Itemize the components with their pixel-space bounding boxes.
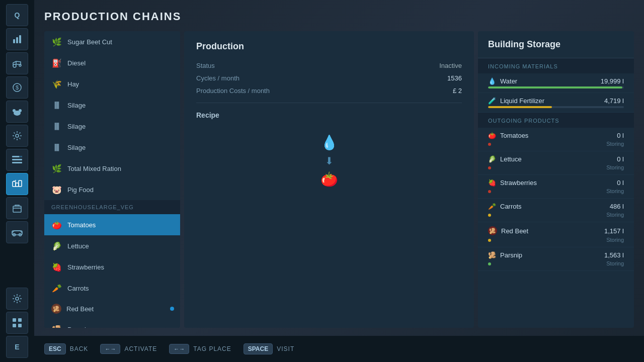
- out-tomatoes-icon: 🍅: [488, 132, 496, 139]
- sugar-beet-cut-icon: 🌿: [51, 36, 62, 47]
- red-beet-dot: [488, 239, 491, 242]
- storage-lettuce: 🥬 Lettuce 0 l Storing: [478, 151, 634, 175]
- carrots-status: Storing: [606, 212, 624, 218]
- sidebar-btn-production[interactable]: [6, 173, 28, 195]
- sidebar-btn-chart[interactable]: [6, 28, 28, 50]
- esc-back-button[interactable]: ESC BACK: [44, 343, 88, 354]
- sidebar-btn-money[interactable]: $: [6, 76, 28, 99]
- list-item-parsnip[interactable]: 🫚 Parsnip: [44, 319, 180, 328]
- section-header-greenhouse: GREENHOUSELARGE_VEG: [44, 200, 180, 214]
- fertilizer-amount: 4,719 l: [604, 97, 624, 105]
- carrots-icon: 🥕: [51, 283, 62, 294]
- svg-rect-15: [13, 182, 16, 187]
- silage1-icon: ▐▌: [51, 100, 62, 111]
- hay-icon: 🌾: [51, 78, 62, 89]
- production-title: Production: [196, 41, 462, 52]
- carrots-dot: [488, 214, 491, 217]
- sidebar-btn-e[interactable]: E: [6, 336, 28, 358]
- sidebar-btn-gear[interactable]: [6, 125, 28, 147]
- sidebar-btn-storage2[interactable]: [6, 197, 28, 219]
- storage-carrots: 🥕 Carrots 486 l Storing: [478, 199, 634, 222]
- silage2-icon: ▐▌: [51, 121, 62, 132]
- list-item-pig-food[interactable]: 🐷 Pig Food: [44, 179, 180, 200]
- out-lettuce-icon: 🥬: [488, 155, 496, 163]
- recipe-product-icon: 🍅: [320, 171, 338, 188]
- out-parsnip-name: 🫚 Parsnip: [488, 251, 522, 259]
- sidebar-btn-list[interactable]: [6, 149, 28, 171]
- fertilizer-icon: 🧪: [488, 97, 496, 105]
- tag-place-button[interactable]: ←→ TAG PLACE: [169, 344, 231, 354]
- lettuce-status: Storing: [606, 164, 624, 170]
- list-item-red-beet[interactable]: 🫚 Red Beet: [44, 299, 180, 319]
- status-value: Inactive: [439, 62, 462, 69]
- list-item-silage3[interactable]: ▐▌ Silage: [44, 137, 180, 158]
- total-mixed-icon: 🌿: [51, 163, 62, 174]
- strawberries-status: Storing: [606, 188, 624, 194]
- out-carrots-icon: 🥕: [488, 203, 496, 210]
- pig-food-icon: 🐷: [51, 184, 62, 195]
- list-item-lettuce[interactable]: 🥬 Lettuce: [44, 235, 180, 256]
- activate-label: ACTIVATE: [124, 345, 157, 352]
- svg-point-10: [16, 134, 19, 137]
- recipe-title: Recipe: [196, 111, 462, 119]
- sidebar-btn-animals[interactable]: [6, 101, 28, 123]
- building-storage-panel: Building Storage INCOMING MATERIALS 💧 Wa…: [478, 31, 634, 328]
- out-carrots-amount: 486 l: [610, 203, 624, 210]
- recipe-water-icon: 💧: [320, 134, 338, 151]
- sidebar-btn-q[interactable]: Q: [6, 4, 28, 26]
- out-tomatoes-amount: 0 l: [617, 132, 624, 139]
- sidebar-btn-vehicles[interactable]: [6, 221, 28, 243]
- out-lettuce-name: 🥬 Lettuce: [488, 155, 522, 163]
- storage-liquid-fertilizer: 🧪 Liquid Fertilizer 4,719 l: [478, 93, 634, 113]
- cycles-row: Cycles / month 1536: [196, 74, 462, 82]
- visit-label: VISIT: [277, 345, 294, 352]
- storage-red-beet: 🫚 Red Beet 1,157 l Storing: [478, 222, 634, 247]
- diesel-icon: ⛽: [51, 57, 62, 68]
- parsnip-dot: [488, 262, 491, 265]
- svg-rect-0: [13, 39, 15, 43]
- status-label: Status: [196, 62, 215, 69]
- svg-rect-17: [19, 180, 22, 187]
- svg-rect-27: [18, 324, 22, 327]
- out-lettuce-amount: 0 l: [617, 155, 624, 163]
- storage-water: 💧 Water 19,999 l: [478, 73, 634, 93]
- out-red-beet-icon: 🫚: [488, 226, 497, 235]
- sidebar-btn-tractor[interactable]: [6, 52, 28, 74]
- outgoing-products-header: OUTGOING PRODUCTS: [478, 113, 634, 128]
- tomatoes-status: Storing: [606, 141, 624, 147]
- visit-button[interactable]: SPACE VISIT: [244, 343, 294, 354]
- list-scroll[interactable]: 🌿 Sugar Beet Cut ⛽ Diesel 🌾 Hay ▐▌ Silag…: [44, 31, 180, 328]
- list-item-strawberries[interactable]: 🍓 Strawberries: [44, 256, 180, 278]
- svg-rect-26: [13, 324, 16, 327]
- list-item-carrots[interactable]: 🥕 Carrots: [44, 278, 180, 299]
- production-chains-list: 🌿 Sugar Beet Cut ⛽ Diesel 🌾 Hay ▐▌ Silag…: [44, 31, 180, 328]
- sidebar-btn-grid[interactable]: [6, 312, 28, 334]
- tomatoes-dot: [488, 143, 491, 146]
- costs-value: £ 2: [453, 87, 462, 95]
- list-item-sugar-beet-cut[interactable]: 🌿 Sugar Beet Cut: [44, 31, 180, 52]
- list-item-silage2[interactable]: ▐▌ Silage: [44, 116, 180, 137]
- list-item-hay[interactable]: 🌾 Hay: [44, 73, 180, 95]
- svg-rect-16: [16, 183, 19, 187]
- esc-key: ESC: [44, 343, 66, 354]
- water-progress-bar: [488, 86, 624, 88]
- svg-rect-24: [13, 318, 16, 322]
- sidebar-btn-settings[interactable]: [6, 288, 28, 310]
- recipe-area: 💧 ⬇ 🍅: [196, 129, 462, 188]
- red-beet-status: Storing: [606, 237, 624, 243]
- back-label: BACK: [70, 345, 89, 352]
- list-item-tomatoes[interactable]: 🍅 Tomatoes: [44, 214, 180, 235]
- building-storage-title: Building Storage: [478, 31, 634, 58]
- out-tomatoes-name: 🍅 Tomatoes: [488, 132, 528, 139]
- list-item-diesel[interactable]: ⛽ Diesel: [44, 52, 180, 73]
- fertilizer-progress-fill: [488, 106, 552, 108]
- svg-point-9: [19, 109, 22, 112]
- svg-point-3: [13, 64, 16, 67]
- list-item-total-mixed[interactable]: 🌿 Total Mixed Ration: [44, 158, 180, 179]
- water-progress-fill: [488, 86, 622, 88]
- out-red-beet-amount: 1,157 l: [604, 227, 624, 235]
- list-item-silage1[interactable]: ▐▌ Silage: [44, 95, 180, 116]
- activate-button[interactable]: ←→ ACTIVATE: [100, 344, 157, 354]
- svg-point-23: [16, 297, 19, 300]
- recipe-arrow: ⬇: [325, 155, 334, 167]
